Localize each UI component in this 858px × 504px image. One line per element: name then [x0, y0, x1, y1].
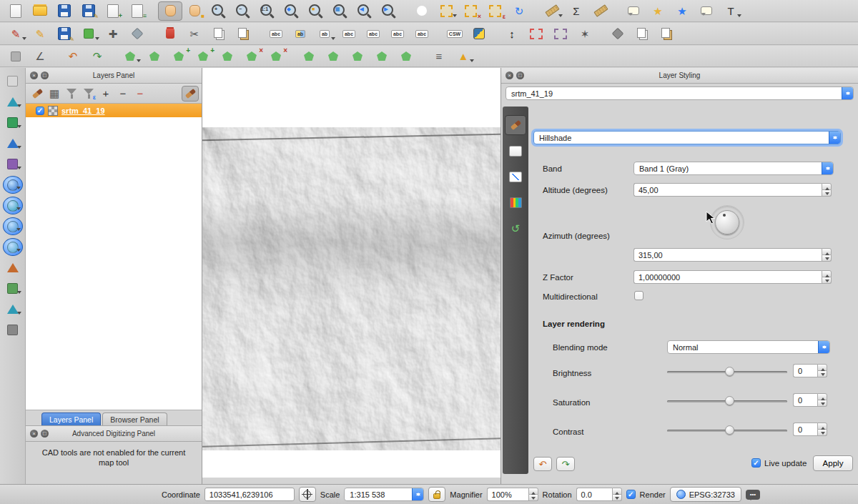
scale-combo[interactable]: 1:315 538 [344, 488, 424, 501]
save-project-as-icon[interactable]: ✎ [77, 1, 101, 21]
move-feature-icon[interactable]: ✚ [101, 24, 125, 44]
live-update-checkbox[interactable]: ✓ [751, 458, 761, 468]
brightness-spinbox[interactable]: 0 [793, 364, 827, 377]
label-properties-icon[interactable]: abc [410, 24, 434, 44]
add-vector-layer-icon[interactable] [3, 93, 23, 111]
style-redo-button[interactable]: ↷ [556, 457, 575, 471]
rotate-feature-icon[interactable] [118, 46, 142, 66]
close-panel-icon[interactable]: × [506, 71, 513, 79]
saturation-spinbox[interactable]: 0 [793, 393, 827, 407]
toggle-editing-icon[interactable]: ✎ [28, 24, 52, 44]
enable-advanced-digitizing-icon[interactable] [4, 46, 28, 66]
label-pin-icon[interactable]: abc [385, 24, 410, 44]
cut-features-icon[interactable]: ✂ [182, 24, 207, 44]
measure-line-icon[interactable] [540, 1, 564, 21]
blending-mode-combo[interactable]: Normal [667, 340, 830, 354]
undo-icon[interactable]: ↶ [61, 46, 85, 66]
label-abc-icon[interactable]: abc [264, 24, 288, 44]
add-spatialite-layer-icon[interactable] [3, 176, 23, 194]
save-project-icon[interactable] [52, 1, 77, 21]
mouse-position-toggle-button[interactable] [299, 487, 316, 502]
save-layer-edits-icon[interactable]: ✎ [52, 24, 77, 44]
split-features-icon[interactable] [345, 46, 370, 66]
renderer-combo[interactable]: Hillshade [533, 131, 841, 144]
label-rotate-icon[interactable]: abc [361, 24, 385, 44]
show-bookmarks-icon[interactable]: ★ [670, 1, 694, 21]
split-parts-icon[interactable] [370, 46, 394, 66]
statistics-icon[interactable]: Σ [564, 1, 588, 21]
expand-all-icon[interactable]: + [97, 86, 114, 102]
zoom-full-icon[interactable]: ◆ [280, 1, 304, 21]
reshape-features-icon[interactable] [297, 46, 321, 66]
combo-spinner-icon[interactable] [829, 132, 840, 144]
undock-panel-icon[interactable]: □ [41, 430, 49, 438]
layer-visibility-checkbox[interactable]: ✓ [36, 107, 44, 115]
node-tool-icon[interactable] [125, 24, 149, 44]
collapse-all-icon[interactable]: − [114, 86, 132, 102]
azimuth-spinbox[interactable]: 315,00 [633, 248, 832, 262]
redo-icon[interactable]: ↷ [85, 46, 109, 66]
spinner-arrows-icon[interactable] [822, 248, 832, 262]
styling-panel-toggle-icon[interactable] [182, 86, 199, 102]
current-edits-icon[interactable]: ✎ [4, 24, 28, 44]
label-options-icon[interactable]: ab [312, 24, 337, 44]
add-postgis-layer-icon[interactable] [3, 197, 23, 214]
csw-icon[interactable]: CSW [443, 24, 467, 44]
add-raster-layer-icon[interactable] [3, 114, 23, 132]
spinner-arrows-icon[interactable] [817, 393, 827, 407]
contrast-slider[interactable] [667, 425, 787, 436]
apply-button[interactable]: Apply [813, 455, 853, 471]
layer-paste-style-icon[interactable] [654, 24, 679, 44]
tab-browser-panel[interactable]: Browser Panel [102, 412, 167, 425]
spinner-arrows-icon[interactable] [528, 488, 538, 501]
slider-knob[interactable] [725, 425, 734, 435]
undock-panel-icon[interactable]: □ [41, 71, 49, 79]
scale-lock-button[interactable] [428, 487, 445, 502]
magnifier-spinbox[interactable]: 100% [487, 488, 538, 501]
slider-knob[interactable] [725, 396, 734, 405]
transparency-tab-icon[interactable] [505, 141, 526, 161]
spinner-arrows-icon[interactable] [817, 423, 827, 436]
history-tab-icon[interactable]: ↺ [505, 218, 526, 238]
zoom-last-icon[interactable]: ◀ [352, 1, 377, 21]
symbology-tab-icon[interactable] [505, 115, 526, 135]
combo-spinner-icon[interactable] [842, 87, 853, 99]
simplify-feature-icon[interactable] [142, 46, 167, 66]
text-annotation-icon[interactable]: T [719, 1, 743, 21]
help-bubble-icon[interactable] [694, 1, 719, 21]
colors-tab-icon[interactable] [505, 192, 526, 212]
select-features-icon[interactable] [434, 1, 458, 21]
map-canvas[interactable] [202, 68, 500, 478]
merge-features-icon[interactable] [394, 46, 418, 66]
band-combo[interactable]: Band 1 (Gray) [633, 162, 834, 175]
spinner-arrows-icon[interactable] [817, 364, 827, 377]
pan-map-icon[interactable] [158, 1, 182, 21]
zoom-out-icon[interactable]: − [231, 1, 255, 21]
label-move-icon[interactable]: abc [337, 24, 361, 44]
pan-to-selection-icon[interactable]: ■ [182, 1, 207, 21]
cad-construction-icon[interactable]: ∠ [28, 46, 52, 66]
fill-ring-icon[interactable] [215, 46, 240, 66]
north-arrow-icon[interactable]: ↕ [500, 24, 524, 44]
extent-rectangle2-icon[interactable] [548, 24, 573, 44]
offset-curve-icon[interactable] [321, 46, 345, 66]
add-wfs-layer-icon[interactable] [3, 259, 23, 277]
processing-icon[interactable] [467, 24, 491, 44]
style-undo-button[interactable]: ↶ [533, 457, 552, 471]
add-mesh-layer-icon[interactable] [3, 134, 23, 152]
spinner-arrows-icon[interactable] [822, 183, 832, 197]
digitize-feature-icon[interactable] [77, 24, 101, 44]
multidirectional-checkbox[interactable]: ✓ [634, 291, 644, 300]
slider-knob[interactable] [725, 367, 734, 376]
map-tool-icon[interactable] [606, 24, 630, 44]
delete-ring-icon[interactable]: × [240, 46, 264, 66]
histogram-tab-icon[interactable] [505, 167, 526, 187]
close-panel-icon[interactable]: × [30, 430, 38, 438]
open-layer-styling-icon[interactable] [29, 86, 46, 102]
deselect-features-icon[interactable]: × [458, 1, 483, 21]
snapping-options-icon[interactable]: ≡ [427, 46, 451, 66]
filter-legend-icon[interactable] [63, 86, 80, 102]
zfactor-spinbox[interactable]: 1,00000000 [633, 270, 832, 284]
add-part-icon[interactable]: + [191, 46, 215, 66]
layer-copy-style-icon[interactable] [630, 24, 654, 44]
